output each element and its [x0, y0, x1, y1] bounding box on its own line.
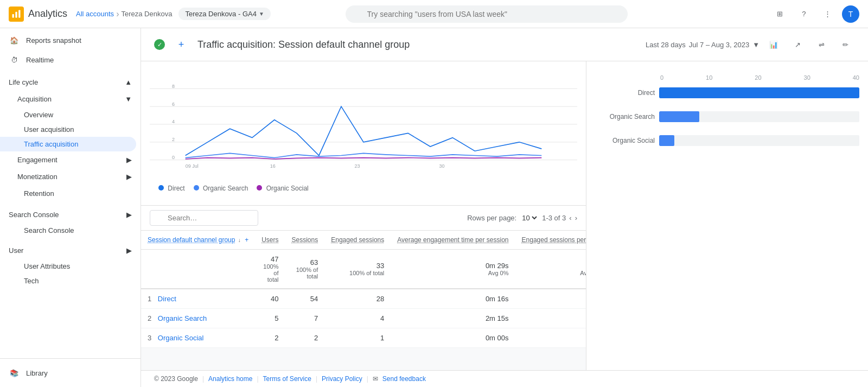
sidebar-group-monetization[interactable]: Monetization ▶	[0, 168, 141, 185]
home-icon: 🏠	[9, 35, 20, 46]
row3-engaged-sessions: 1	[324, 328, 391, 348]
table-row: 3 Organic Social 2 2 1 0m 00s 0.50 4.50 …	[141, 328, 586, 348]
x-label-20: 20	[755, 74, 761, 81]
col-header-sessions[interactable]: Sessions	[285, 231, 325, 250]
sidebar-label-overview: Overview	[24, 111, 53, 119]
user-group-label: User	[9, 246, 23, 255]
row1-sessions: 54	[285, 289, 325, 309]
table-search-input[interactable]	[150, 210, 258, 226]
hbar-fill-organic-search	[659, 111, 699, 122]
sidebar-group-user[interactable]: User ▶	[0, 242, 141, 259]
monetization-expand-icon: ▶	[126, 173, 132, 181]
right-pane: 0 10 20 30 40 Direct	[586, 61, 868, 370]
search-input[interactable]	[346, 5, 628, 23]
terms-link[interactable]: Terms of Service	[263, 375, 311, 383]
col-header-engaged-per-user[interactable]: Engaged sessions per user	[515, 231, 586, 250]
col-header-channel[interactable]: Session default channel group ↓ +	[141, 231, 255, 250]
page-title: Traffic acquisition: Session default cha…	[197, 39, 639, 50]
sidebar-item-retention[interactable]: Retention	[0, 185, 136, 202]
table-row: 2 Organic Search 5 7 4 2m 15s 0.80 3.43 …	[141, 309, 586, 328]
pagination-info: 1-3 of 3	[542, 214, 566, 222]
hbar-fill-organic-social	[659, 135, 674, 146]
col-label-avg-engagement: Average engagement time per session	[397, 236, 508, 244]
svg-text:2: 2	[172, 137, 175, 142]
row2-avg-engagement: 2m 15s	[391, 309, 515, 328]
topbar-right: ⊞ ? ⋮ T	[770, 4, 859, 24]
col-header-users[interactable]: Users	[255, 231, 285, 250]
rows-per-page-select[interactable]: 10 25 50	[520, 213, 539, 223]
compare-icon[interactable]: ⇌	[812, 35, 831, 54]
sidebar-group-search-console[interactable]: Search Console ▶	[0, 206, 141, 223]
organic-social-dot	[257, 185, 262, 191]
sidebar-label-tech: Tech	[24, 277, 39, 285]
main-layout: 🏠 Reports snapshot ⏱ Realtime Life cycle…	[0, 28, 868, 387]
date-range: Last 28 days Jul 7 – Aug 3, 2023 ▼	[646, 41, 760, 49]
sidebar-item-tech[interactable]: Tech	[0, 274, 136, 288]
sidebar-group-lifecycle[interactable]: Life cycle ▲	[0, 74, 141, 91]
sidebar-item-overview[interactable]: Overview	[0, 107, 136, 122]
acquisition-expand-icon: ▼	[125, 95, 132, 103]
share-icon[interactable]: ↗	[788, 35, 807, 54]
row1-avg-engagement: 0m 16s	[391, 289, 515, 309]
sidebar-group-engagement[interactable]: Engagement ▶	[0, 151, 141, 168]
sidebar: 🏠 Reports snapshot ⏱ Realtime Life cycle…	[0, 28, 141, 387]
copyright: © 2023 Google	[154, 375, 198, 383]
row3-num: 3	[148, 334, 151, 342]
sidebar-item-user-acquisition[interactable]: User acquisition	[0, 122, 136, 137]
sidebar-group-acquisition[interactable]: Acquisition ▼	[0, 91, 141, 107]
row1-channel: 1 Direct	[141, 289, 255, 309]
row2-engaged-sessions: 4	[324, 309, 391, 328]
x-label-0: 0	[660, 74, 663, 81]
row2-channel: 2 Organic Search	[141, 309, 255, 328]
apps-icon[interactable]: ⊞	[770, 4, 790, 24]
all-accounts-link[interactable]: All accounts	[76, 10, 114, 18]
hbar-fill-direct	[659, 87, 859, 98]
hbar-label-organic-search: Organic Search	[595, 113, 655, 120]
total-label	[141, 250, 255, 289]
chart-view-icon[interactable]: 📊	[764, 35, 783, 54]
sort-arrow-channel: ↓	[238, 237, 241, 243]
edit-icon[interactable]: ✏	[835, 35, 855, 54]
sidebar-item-reports-snapshot[interactable]: 🏠 Reports snapshot	[0, 30, 136, 50]
next-page-icon[interactable]: ›	[575, 214, 577, 222]
app-logo[interactable]: Analytics	[9, 7, 67, 22]
sidebar-label-traffic-acquisition: Traffic acquisition	[24, 140, 78, 148]
hbar-track-direct	[659, 87, 859, 98]
sidebar-search-console-section: Search Console ▶ Search Console	[0, 204, 141, 240]
sidebar-item-traffic-acquisition[interactable]: Traffic acquisition	[0, 137, 136, 151]
svg-text:6: 6	[172, 101, 175, 107]
svg-text:8: 8	[172, 84, 175, 89]
property-selector[interactable]: Tereza Denkova - GA4 ▼	[178, 8, 270, 20]
row1-channel-name[interactable]: Direct	[158, 295, 176, 303]
row3-channel: 3 Organic Social	[141, 328, 255, 348]
table-section: 🔍 Rows per page: 10 25 50 1-3 of 3 ‹	[141, 206, 586, 348]
search-wrap: 🔍	[346, 5, 628, 23]
x-label-30: 30	[804, 74, 810, 81]
row2-channel-name[interactable]: Organic Search	[158, 314, 207, 322]
prev-page-icon[interactable]: ‹	[569, 214, 571, 222]
help-icon[interactable]: ?	[794, 4, 814, 24]
row2-users: 5	[255, 309, 285, 328]
sidebar-item-user-attributes[interactable]: User Attributes	[0, 259, 136, 274]
row3-channel-name[interactable]: Organic Social	[158, 334, 204, 342]
rows-per-page: Rows per page: 10 25 50 1-3 of 3 ‹ ›	[467, 213, 577, 223]
sidebar-item-library[interactable]: 📚 Library	[0, 363, 136, 383]
line-chart-svg: 8 6 4 2 0 09 Jul 16 23 30	[150, 70, 577, 179]
row2-num: 2	[148, 314, 151, 322]
privacy-policy-link[interactable]: Privacy Policy	[322, 375, 362, 383]
data-table: Session default channel group ↓ + Users …	[141, 231, 586, 348]
logo-icon	[9, 7, 24, 22]
more-vert-icon[interactable]: ⋮	[818, 4, 838, 24]
add-dimension-btn[interactable]: +	[245, 236, 248, 244]
user-expand-icon: ▶	[126, 246, 132, 255]
sidebar-item-search-console[interactable]: Search Console	[0, 223, 136, 238]
send-feedback-link[interactable]: Send feedback	[382, 375, 426, 383]
col-header-engaged-sessions[interactable]: Engaged sessions	[324, 231, 391, 250]
col-header-avg-engagement[interactable]: Average engagement time per session	[391, 231, 515, 250]
analytics-home-link[interactable]: Analytics home	[208, 375, 252, 383]
row1-num: 1	[148, 295, 151, 303]
add-comparison-icon[interactable]: +	[171, 35, 191, 54]
acquisition-label: Acquisition	[17, 95, 52, 103]
sidebar-item-realtime[interactable]: ⏱ Realtime	[0, 50, 136, 69]
avatar[interactable]: T	[842, 5, 859, 23]
